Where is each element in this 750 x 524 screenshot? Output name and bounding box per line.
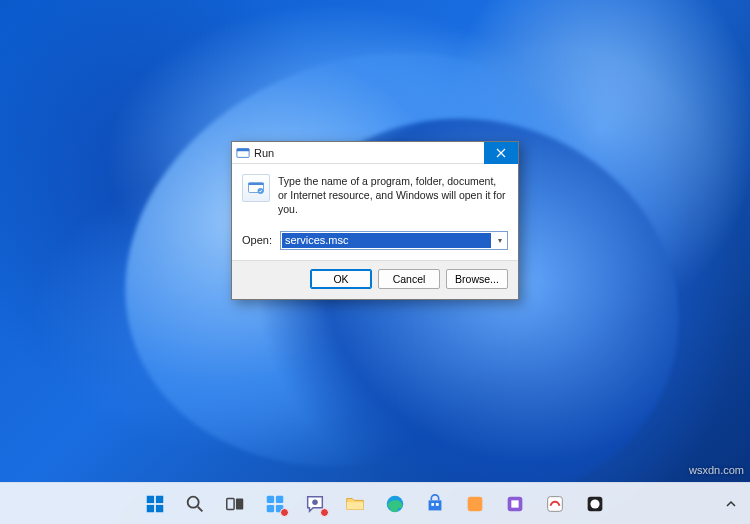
edge-icon [384, 493, 406, 515]
chevron-down-icon[interactable]: ▾ [492, 236, 507, 245]
svg-rect-3 [249, 183, 264, 185]
run-title: Run [254, 147, 484, 159]
svg-rect-24 [511, 500, 518, 507]
run-titlebar[interactable]: Run [232, 142, 518, 164]
ok-button[interactable]: OK [310, 269, 372, 289]
run-description: Type the name of a program, folder, docu… [278, 174, 508, 217]
cancel-button[interactable]: Cancel [378, 269, 440, 289]
svg-rect-11 [227, 498, 234, 509]
notification-badge [320, 508, 329, 517]
svg-rect-21 [436, 503, 439, 506]
taskbar-app-4[interactable] [578, 487, 612, 521]
svg-rect-14 [276, 495, 283, 502]
taskbar-system-tray [718, 483, 744, 525]
run-titlebar-icon [236, 146, 250, 160]
svg-rect-20 [431, 503, 434, 506]
notification-badge [280, 508, 289, 517]
run-button-row: OK Cancel Browse... [232, 260, 518, 299]
taskbar-widgets[interactable] [258, 487, 292, 521]
run-dialog: Run Type the name of a program, folder, … [231, 141, 519, 300]
taskbar-chat[interactable] [298, 487, 332, 521]
app-icon [584, 493, 606, 515]
run-program-icon [242, 174, 270, 202]
search-icon [184, 493, 206, 515]
folder-icon [344, 493, 366, 515]
open-combobox[interactable]: ▾ [280, 231, 508, 250]
run-open-row: Open: ▾ [232, 225, 518, 260]
app-icon [504, 493, 526, 515]
taskbar-app-2[interactable] [498, 487, 532, 521]
svg-rect-22 [468, 496, 483, 511]
app-icon [544, 493, 566, 515]
taskbar-taskview[interactable] [218, 487, 252, 521]
taskbar-search[interactable] [178, 487, 212, 521]
svg-rect-7 [147, 504, 154, 511]
run-body: Type the name of a program, folder, docu… [232, 164, 518, 225]
svg-rect-25 [548, 496, 563, 511]
svg-point-9 [188, 496, 199, 507]
tray-chevron-up-icon[interactable] [718, 487, 744, 521]
svg-point-27 [590, 499, 599, 508]
close-button[interactable] [484, 142, 518, 164]
svg-rect-12 [236, 498, 243, 509]
windows-icon [144, 493, 166, 515]
svg-rect-18 [347, 502, 364, 509]
watermark-text: wsxdn.com [689, 464, 744, 476]
open-label: Open: [242, 234, 272, 246]
open-input[interactable] [282, 233, 491, 248]
browse-button[interactable]: Browse... [446, 269, 508, 289]
taskbar-start[interactable] [138, 487, 172, 521]
store-icon [424, 493, 446, 515]
taskview-icon [224, 493, 246, 515]
svg-rect-6 [156, 495, 163, 502]
svg-line-10 [198, 506, 203, 511]
svg-rect-13 [267, 495, 274, 502]
svg-rect-5 [147, 495, 154, 502]
taskbar-app-1[interactable] [458, 487, 492, 521]
svg-point-17 [312, 499, 318, 505]
svg-rect-15 [267, 504, 274, 511]
taskbar-file-explorer[interactable] [338, 487, 372, 521]
taskbar-edge[interactable] [378, 487, 412, 521]
taskbar-store[interactable] [418, 487, 452, 521]
taskbar-app-3[interactable] [538, 487, 572, 521]
svg-rect-1 [237, 148, 249, 151]
app-icon [464, 493, 486, 515]
taskbar [0, 482, 750, 524]
svg-rect-8 [156, 504, 163, 511]
